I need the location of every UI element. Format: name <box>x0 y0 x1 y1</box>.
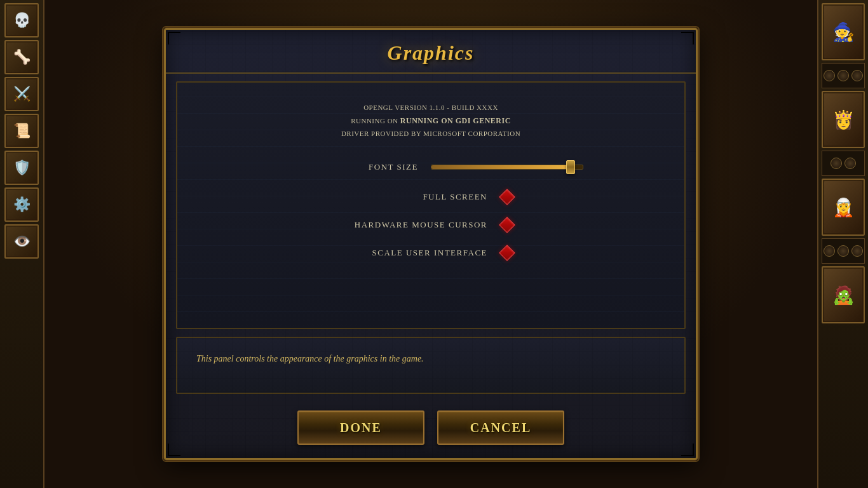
dialog-overlay: Graphics OpenGL version 1.1.0 - build XX… <box>44 19 817 469</box>
dialog-buttons: Done Cancel <box>166 402 696 456</box>
item-dot-1 <box>824 70 835 81</box>
opengl-line-3: driver provided by Microsoft Corporation <box>203 128 659 140</box>
portrait-3-icon: ⚔️ <box>13 86 31 102</box>
opengl-line-1: OpenGL version 1.1.0 - build XXXX <box>203 102 659 114</box>
item-dot-8 <box>851 245 863 257</box>
hardware-mouse-row: Hardware Mouse Cursor <box>203 218 659 232</box>
dialog-title: Graphics <box>179 41 683 65</box>
slider-fill <box>431 165 567 169</box>
opengl-line-2: running on running on GDI Generic <box>203 114 659 128</box>
sidebar-portrait-6[interactable]: ⚙️ <box>4 187 39 222</box>
full-screen-label: Full Screen <box>348 192 487 202</box>
rportrait-4-icon: 🧟 <box>832 285 855 306</box>
right-sidebar: 🧙 👸 🧝 🧟 <box>817 0 868 488</box>
font-size-slider-container[interactable] <box>431 158 583 176</box>
right-portrait-1[interactable]: 🧙 <box>822 3 865 60</box>
full-screen-checkbox[interactable] <box>500 190 514 204</box>
item-dot-4 <box>831 158 842 169</box>
right-items-2 <box>822 151 865 176</box>
portrait-1-icon: 💀 <box>13 12 31 29</box>
portrait-7-icon: 👁️ <box>13 233 31 250</box>
description-text: This panel controls the appearance of th… <box>196 352 665 366</box>
item-dot-6 <box>824 245 835 257</box>
dialog-title-area: Graphics <box>166 30 696 74</box>
sidebar-portrait-2[interactable]: 🦴 <box>4 40 39 74</box>
corner-decoration-bl <box>168 444 180 456</box>
portrait-6-icon: ⚙️ <box>13 196 31 213</box>
portrait-4-icon: 📜 <box>13 123 31 139</box>
portrait-2-icon: 🦴 <box>13 49 31 65</box>
item-dot-2 <box>837 70 849 81</box>
portrait-5-icon: 🛡️ <box>13 159 31 176</box>
item-dot-5 <box>844 158 856 169</box>
full-screen-row: Full Screen <box>203 190 659 204</box>
graphics-dialog: Graphics OpenGL version 1.1.0 - build XX… <box>164 28 698 460</box>
sidebar-portrait-5[interactable]: 🛡️ <box>4 151 39 185</box>
right-portrait-2[interactable]: 👸 <box>822 91 865 148</box>
hardware-mouse-label: Hardware Mouse Cursor <box>348 220 487 230</box>
right-portrait-3[interactable]: 🧝 <box>822 179 865 236</box>
opengl-info: OpenGL version 1.1.0 - build XXXX runnin… <box>203 102 659 140</box>
rportrait-1-icon: 🧙 <box>832 22 855 43</box>
scale-ui-label: Scale User Interface <box>348 248 487 258</box>
dialog-inner-panel: OpenGL version 1.1.0 - build XXXX runnin… <box>176 81 686 329</box>
left-sidebar: 💀 🦴 ⚔️ 📜 🛡️ ⚙️ 👁️ <box>0 0 44 488</box>
item-dot-7 <box>837 245 849 257</box>
slider-thumb[interactable] <box>566 160 575 174</box>
sidebar-portrait-3[interactable]: ⚔️ <box>4 77 39 111</box>
corner-decoration-br <box>681 444 694 456</box>
rportrait-2-icon: 👸 <box>832 109 855 130</box>
font-size-label: Font Size <box>278 162 418 172</box>
cancel-button[interactable]: Cancel <box>437 410 564 445</box>
slider-track <box>431 165 583 170</box>
sidebar-portrait-1[interactable]: 💀 <box>4 3 39 37</box>
hardware-mouse-checkbox[interactable] <box>500 218 514 232</box>
right-items-1 <box>822 63 865 88</box>
font-size-row: Font Size <box>203 158 659 176</box>
sidebar-portrait-4[interactable]: 📜 <box>4 114 39 148</box>
item-dot-3 <box>851 70 863 81</box>
scale-ui-row: Scale User Interface <box>203 246 659 260</box>
dialog-content: OpenGL version 1.1.0 - build XXXX runnin… <box>177 83 684 293</box>
right-portrait-4[interactable]: 🧟 <box>822 266 865 323</box>
rportrait-3-icon: 🧝 <box>832 197 855 218</box>
right-items-3 <box>822 238 865 264</box>
done-button[interactable]: Done <box>297 410 424 445</box>
description-panel: This panel controls the appearance of th… <box>176 337 686 394</box>
sidebar-portrait-7[interactable]: 👁️ <box>4 224 39 259</box>
scale-ui-checkbox[interactable] <box>500 246 514 260</box>
